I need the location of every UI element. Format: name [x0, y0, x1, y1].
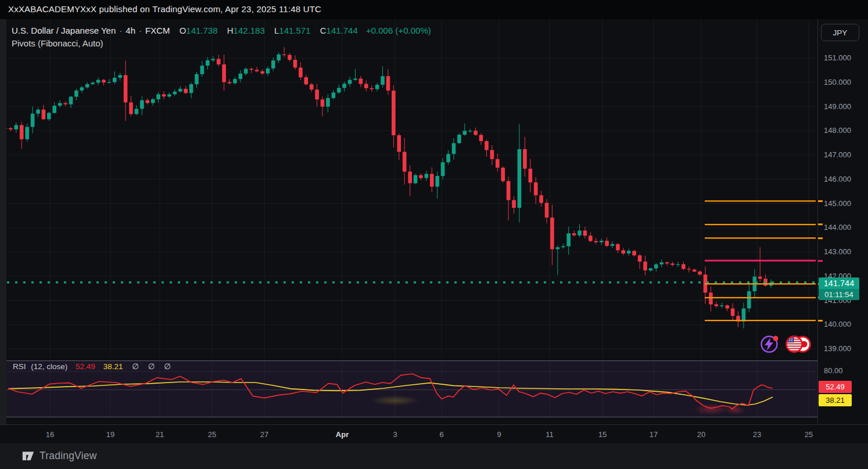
currency-button[interactable]: JPY	[821, 24, 859, 41]
rsi-red-tag: 52.49	[819, 381, 852, 393]
rsi-empty-value: ∅	[132, 362, 139, 371]
legend-separator: ·	[139, 26, 142, 35]
time-axis-label: Apr	[336, 430, 349, 439]
time-axis-label: 17	[650, 430, 658, 439]
price-axis-label: 149.000	[824, 102, 851, 111]
price-axis[interactable]: JPY 80.00 141.744 01:11:54 52.49 38.21 1…	[817, 19, 868, 424]
time-axis-label: 9	[497, 430, 501, 439]
rsi-title: RSI	[13, 362, 26, 371]
time-axis-label: 15	[598, 430, 607, 439]
price-axis-label: 140.000	[824, 320, 851, 329]
price-axis-label: 144.000	[824, 223, 851, 232]
interval-label: 4h	[125, 26, 135, 35]
price-axis-label: 151.000	[824, 53, 851, 63]
watermark-bar: XxXABACADEMYXxX published on TradingView…	[0, 0, 868, 19]
symbol-title: U.S. Dollar / Japanese Yen	[12, 26, 116, 35]
pivot-axis-tick-R2	[818, 223, 823, 225]
open-value: 141.738	[186, 26, 217, 35]
close-value: 141.744	[327, 26, 358, 35]
rsi-legend[interactable]: RSI (12, close) 52.49 38.21 ∅ ∅ ∅	[13, 362, 171, 371]
chart-widget[interactable]: U.S. Dollar / Japanese Yen·4h·FXCM O141.…	[0, 19, 868, 443]
last-price-tag: 141.744 01:11:54	[819, 277, 859, 300]
exchange-label: FXCM	[145, 26, 170, 35]
footer-bar: TradingView	[0, 443, 868, 469]
price-axis-label: 150.000	[824, 78, 851, 87]
symbol-legend[interactable]: U.S. Dollar / Japanese Yen·4h·FXCM O141.…	[12, 26, 431, 35]
time-axis-label: 6	[439, 430, 443, 439]
time-axis-label: 19	[106, 430, 114, 439]
price-axis-label: 139.000	[824, 344, 851, 353]
last-price-value: 141.744	[819, 277, 859, 289]
pivot-axis-tick-S3	[818, 320, 823, 322]
rsi-axis-level: 80.00	[824, 366, 843, 375]
time-axis-label: 20	[697, 430, 705, 439]
rsi-empty-value: ∅	[148, 362, 155, 371]
bar-countdown: 01:11:54	[819, 289, 859, 300]
price-axis-label: 145.000	[824, 199, 851, 208]
time-axis-label: 21	[156, 430, 164, 439]
low-value: 141.571	[279, 26, 310, 35]
rsi-yellow-tag: 38.21	[819, 394, 852, 406]
high-value: 142.183	[234, 26, 265, 35]
pivot-axis-tick-R1	[818, 237, 823, 239]
pivot-axis-tick-P	[818, 260, 823, 262]
high-label: H	[227, 26, 234, 35]
time-axis-label: 11	[546, 430, 554, 439]
rsi-params: (12, close)	[31, 362, 67, 371]
time-axis-label: 25	[208, 430, 216, 439]
pivots-indicator-legend[interactable]: Pivots (Fibonacci, Auto)	[12, 38, 103, 48]
usd-jpy-flags-icon[interactable]	[784, 334, 812, 355]
time-axis-label: 16	[46, 430, 54, 439]
price-axis-label: 147.000	[824, 150, 851, 160]
close-label: C	[320, 26, 327, 35]
rsi-ma-value: 38.21	[103, 362, 123, 371]
rsi-value: 52.49	[76, 362, 95, 371]
legend-separator: ·	[119, 26, 122, 35]
tradingview-snapshot: XxXABACADEMYXxX published on TradingView…	[0, 0, 868, 469]
price-axis-label: 148.000	[824, 126, 851, 135]
open-label: O	[180, 26, 186, 35]
change-value: +0.006 (+0.00%)	[366, 26, 431, 35]
time-axis-label: 27	[260, 430, 268, 439]
time-axis-label: 25	[805, 430, 813, 439]
time-axis[interactable]: 1619212527Apr369111517202325	[0, 424, 868, 444]
tradingview-logo-icon	[21, 449, 35, 463]
time-axis-label: 23	[753, 430, 761, 439]
lightning-badge-icon[interactable]	[759, 333, 781, 355]
price-axis-label: 143.000	[824, 247, 851, 257]
price-chart-canvas[interactable]	[0, 19, 817, 359]
watermark-text: XxXABACADEMYXxX published on TradingView…	[8, 4, 321, 14]
tradingview-logo-text: TradingView	[40, 450, 97, 462]
price-axis-label: 146.000	[824, 175, 851, 184]
rsi-empty-value: ∅	[164, 362, 171, 371]
time-axis-label: 3	[393, 430, 397, 439]
tradingview-logo[interactable]: TradingView	[21, 449, 97, 463]
pivot-axis-tick-R3	[818, 200, 823, 202]
chart-left-edge	[0, 19, 6, 424]
